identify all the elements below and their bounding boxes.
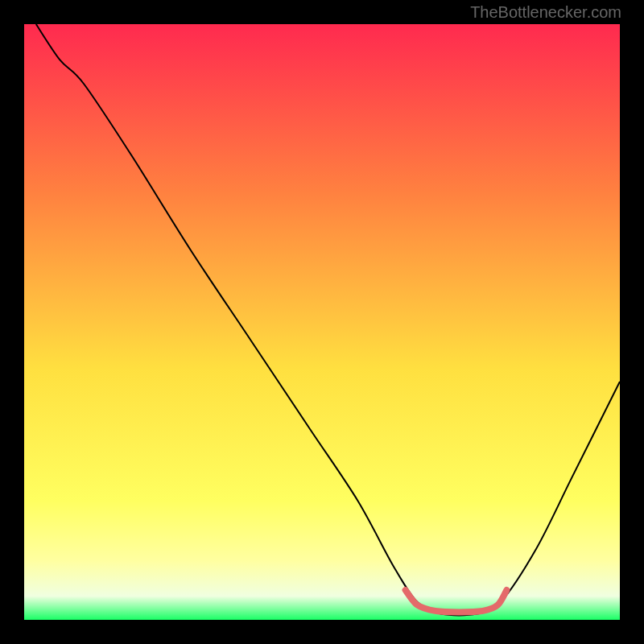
gradient-background bbox=[24, 24, 620, 620]
chart-container: TheBottlenecker.com bbox=[0, 0, 644, 644]
chart-svg bbox=[24, 24, 620, 620]
watermark-text: TheBottlenecker.com bbox=[470, 3, 621, 22]
plot-area bbox=[24, 24, 620, 620]
